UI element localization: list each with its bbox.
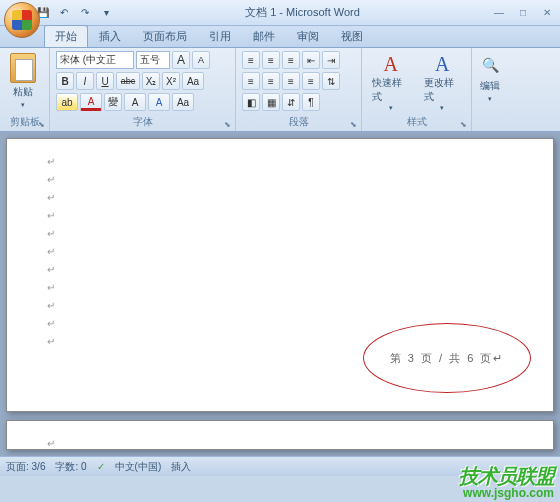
paste-icon [10, 53, 36, 83]
group-editing: 🔍 编辑 ▾ [472, 48, 508, 131]
check-icon: ✓ [97, 461, 105, 472]
font-family-select[interactable]: 宋体 (中文正 [56, 51, 134, 69]
superscript-button[interactable]: X² [162, 72, 180, 90]
font-size-select[interactable]: 五号 [136, 51, 170, 69]
align-right-button[interactable]: ≡ [282, 72, 300, 90]
change-case-button[interactable]: Aa [182, 72, 204, 90]
indent-button[interactable]: ⇥ [322, 51, 340, 69]
group-label-font: 字体 [56, 114, 229, 129]
line-spacing-button[interactable]: ⇅ [322, 72, 340, 90]
status-proofing[interactable]: ✓ [97, 461, 105, 472]
annotation-ellipse: 第 3 页 / 共 6 页↵ [363, 323, 531, 393]
change-styles-label: 更改样式 [424, 76, 462, 104]
tab-view[interactable]: 视图 [330, 25, 374, 47]
clear-format-button[interactable]: Aa [172, 93, 194, 111]
page-number-footer: 第 3 页 / 共 6 页↵ [390, 351, 505, 366]
titlebar: 💾 ↶ ↷ ▾ 文档 1 - Microsoft Word — □ ✕ [0, 0, 560, 26]
tab-layout[interactable]: 页面布局 [132, 25, 198, 47]
paste-label: 粘贴 [13, 85, 33, 99]
paragraph-mark: ↵ [47, 261, 513, 279]
page[interactable]: ↵ [6, 420, 554, 450]
group-styles: A 快速样式 ▾ A 更改样式 ▾ 样式 [362, 48, 472, 131]
chevron-down-icon: ▾ [21, 101, 25, 109]
align-justify-button[interactable]: ≡ [302, 72, 320, 90]
chevron-down-icon: ▾ [389, 104, 393, 112]
group-label-clipboard: 剪贴板 [6, 114, 43, 129]
tab-review[interactable]: 审阅 [286, 25, 330, 47]
tab-mailings[interactable]: 邮件 [242, 25, 286, 47]
phonetic-button[interactable]: 變 [104, 93, 122, 111]
group-label-paragraph: 段落 [242, 114, 355, 129]
strike-button[interactable]: abc [116, 72, 140, 90]
subscript-button[interactable]: X₂ [142, 72, 160, 90]
align-left-button[interactable]: ≡ [242, 72, 260, 90]
dedent-button[interactable]: ⇤ [302, 51, 320, 69]
letter-a-icon: A [384, 53, 398, 76]
shading-button[interactable]: ◧ [242, 93, 260, 111]
highlight-button[interactable]: ab [56, 93, 78, 111]
ribbon-tabs: 开始 插入 页面布局 引用 邮件 审阅 视图 [0, 26, 560, 48]
char-border-button[interactable]: A [124, 93, 146, 111]
letter-a-icon: A [435, 53, 449, 76]
tab-insert[interactable]: 插入 [88, 25, 132, 47]
paragraph-mark: ↵ [47, 279, 513, 297]
office-icon [4, 2, 40, 38]
paragraph-mark: ↵ [47, 225, 513, 243]
font-color-button[interactable]: A [80, 93, 102, 111]
paragraph-mark: ↵ [47, 297, 513, 315]
group-label-styles: 样式 [368, 114, 465, 129]
status-page[interactable]: 页面: 3/6 [6, 460, 45, 474]
change-styles-button[interactable]: A 更改样式 ▾ [420, 51, 466, 114]
chevron-down-icon: ▾ [488, 95, 492, 103]
editing-button[interactable]: 🔍 编辑 ▾ [474, 51, 506, 105]
grow-font-button[interactable]: A [172, 51, 190, 69]
paragraph-mark: ↵ [47, 243, 513, 261]
minimize-button[interactable]: — [490, 5, 508, 21]
undo-button[interactable]: ↶ [55, 4, 73, 22]
show-marks-button[interactable]: ¶ [302, 93, 320, 111]
paragraph-mark: ↵ [47, 189, 513, 207]
numbering-button[interactable]: ≡ [262, 51, 280, 69]
window-controls: — □ ✕ [490, 5, 556, 21]
find-icon: 🔍 [478, 53, 502, 77]
paragraph-mark: ↵ [47, 207, 513, 225]
multilevel-button[interactable]: ≡ [282, 51, 300, 69]
quick-styles-label: 快速样式 [372, 76, 410, 104]
quick-access-toolbar: 💾 ↶ ↷ ▾ [34, 4, 115, 22]
quick-styles-button[interactable]: A 快速样式 ▾ [368, 51, 414, 114]
editing-label: 编辑 [480, 79, 500, 93]
italic-button[interactable]: I [76, 72, 94, 90]
paragraph-mark: ↵ [47, 153, 513, 171]
watermark-url: www.jsgho.com [459, 486, 554, 500]
text-effects-button[interactable]: A [148, 93, 170, 111]
underline-button[interactable]: U [96, 72, 114, 90]
qat-more-button[interactable]: ▾ [97, 4, 115, 22]
group-font: 宋体 (中文正 五号 A A B I U abc X₂ X² Aa ab A [50, 48, 236, 131]
tab-home[interactable]: 开始 [44, 25, 88, 47]
chevron-down-icon: ▾ [440, 104, 444, 112]
tab-references[interactable]: 引用 [198, 25, 242, 47]
status-mode[interactable]: 插入 [171, 460, 191, 474]
group-paragraph: ≡ ≡ ≡ ⇤ ⇥ ≡ ≡ ≡ ≡ ⇅ ◧ ▦ ⇵ ¶ [236, 48, 362, 131]
paste-button[interactable]: 粘贴 ▾ [6, 51, 40, 111]
redo-button[interactable]: ↷ [76, 4, 94, 22]
group-clipboard: 粘贴 ▾ 剪贴板 [0, 48, 50, 131]
ribbon: 粘贴 ▾ 剪贴板 宋体 (中文正 五号 A A B I U abc X₂ [0, 48, 560, 132]
status-words[interactable]: 字数: 0 [55, 460, 86, 474]
office-button[interactable] [4, 2, 40, 38]
sort-button[interactable]: ⇵ [282, 93, 300, 111]
page[interactable]: ↵ ↵ ↵ ↵ ↵ ↵ ↵ ↵ ↵ ↵ ↵ 第 3 页 / 共 6 页↵ [6, 138, 554, 412]
watermark: 技术员联盟 www.jsgho.com [453, 461, 560, 502]
maximize-button[interactable]: □ [514, 5, 532, 21]
document-area[interactable]: ↵ ↵ ↵ ↵ ↵ ↵ ↵ ↵ ↵ ↵ ↵ 第 3 页 / 共 6 页↵ ↵ [0, 132, 560, 456]
borders-button[interactable]: ▦ [262, 93, 280, 111]
paragraph-mark: ↵ [47, 171, 513, 189]
shrink-font-button[interactable]: A [192, 51, 210, 69]
paragraph-mark: ↵ [47, 435, 513, 453]
close-button[interactable]: ✕ [538, 5, 556, 21]
window-title: 文档 1 - Microsoft Word [115, 5, 490, 20]
status-language[interactable]: 中文(中国) [115, 460, 162, 474]
bullets-button[interactable]: ≡ [242, 51, 260, 69]
align-center-button[interactable]: ≡ [262, 72, 280, 90]
bold-button[interactable]: B [56, 72, 74, 90]
